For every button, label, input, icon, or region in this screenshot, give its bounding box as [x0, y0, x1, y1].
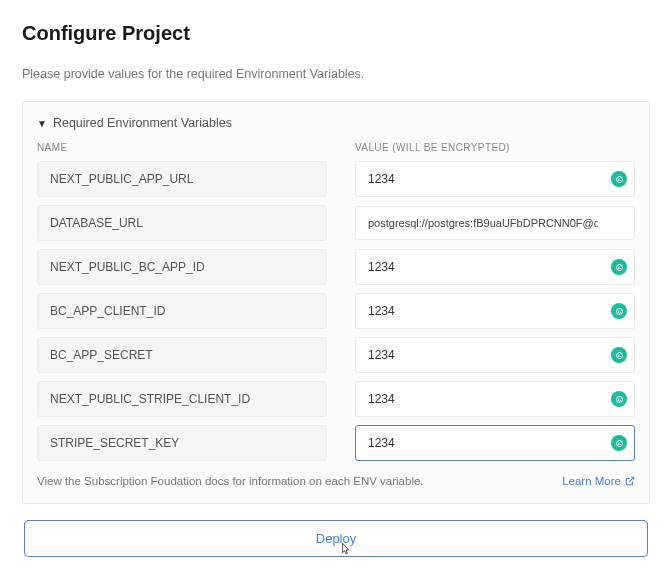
- panel-footer: View the Subscription Foudation docs for…: [37, 475, 635, 487]
- col-header-value: VALUE (WILL BE ENCRYPTED): [327, 142, 635, 153]
- env-name-cell: NEXT_PUBLIC_APP_URL: [37, 161, 327, 197]
- learn-more-label: Learn More: [562, 475, 621, 487]
- env-value-wrap: [355, 293, 635, 329]
- env-value-wrap: [355, 206, 635, 240]
- section-title: Required Environment Variables: [53, 116, 232, 130]
- footer-note-text: View the Subscription Foudation docs for…: [37, 475, 424, 487]
- env-row: NEXT_PUBLIC_APP_URL: [37, 161, 635, 197]
- svg-point-4: [616, 396, 622, 402]
- env-row: BC_APP_CLIENT_ID: [37, 293, 635, 329]
- cursor-pointer-icon: [336, 541, 352, 559]
- encrypted-badge-icon: [611, 391, 627, 407]
- env-value-input[interactable]: [355, 161, 635, 197]
- encrypted-badge-icon: [611, 171, 627, 187]
- section-toggle[interactable]: ▼ Required Environment Variables: [37, 116, 635, 130]
- svg-line-6: [629, 477, 634, 482]
- env-name-cell: STRIPE_SECRET_KEY: [37, 425, 327, 461]
- env-value-input[interactable]: [355, 249, 635, 285]
- env-rows: NEXT_PUBLIC_APP_URLDATABASE_URLNEXT_PUBL…: [37, 161, 635, 461]
- svg-point-2: [616, 308, 622, 314]
- svg-point-5: [616, 440, 622, 446]
- env-value-input[interactable]: [355, 293, 635, 329]
- env-value-input[interactable]: [355, 206, 635, 240]
- env-name-cell: BC_APP_CLIENT_ID: [37, 293, 327, 329]
- deploy-wrap: Deploy: [22, 520, 650, 557]
- env-value-input[interactable]: [355, 337, 635, 373]
- env-value-input[interactable]: [355, 425, 635, 461]
- env-name-cell: NEXT_PUBLIC_STRIPE_CLIENT_ID: [37, 381, 327, 417]
- env-name-cell: BC_APP_SECRET: [37, 337, 327, 373]
- page-title: Configure Project: [22, 22, 650, 45]
- encrypted-badge-icon: [611, 259, 627, 275]
- external-link-icon: [625, 476, 635, 486]
- columns-header: NAME VALUE (WILL BE ENCRYPTED): [37, 142, 635, 153]
- env-row: DATABASE_URL: [37, 205, 635, 241]
- caret-down-icon: ▼: [37, 118, 47, 129]
- env-value-wrap: [355, 425, 635, 461]
- svg-point-1: [616, 264, 622, 270]
- env-value-input[interactable]: [355, 381, 635, 417]
- env-vars-panel: ▼ Required Environment Variables NAME VA…: [22, 101, 650, 504]
- env-name-cell: DATABASE_URL: [37, 205, 327, 241]
- col-header-name: NAME: [37, 142, 327, 153]
- instructions-text: Please provide values for the required E…: [22, 67, 650, 81]
- env-name-cell: NEXT_PUBLIC_BC_APP_ID: [37, 249, 327, 285]
- svg-point-0: [616, 176, 622, 182]
- learn-more-link[interactable]: Learn More: [562, 475, 635, 487]
- env-row: NEXT_PUBLIC_BC_APP_ID: [37, 249, 635, 285]
- env-value-wrap: [355, 337, 635, 373]
- env-row: NEXT_PUBLIC_STRIPE_CLIENT_ID: [37, 381, 635, 417]
- env-value-wrap: [355, 161, 635, 197]
- svg-point-3: [616, 352, 622, 358]
- env-value-wrap: [355, 381, 635, 417]
- env-value-wrap: [355, 249, 635, 285]
- encrypted-badge-icon: [611, 435, 627, 451]
- env-row: BC_APP_SECRET: [37, 337, 635, 373]
- encrypted-badge-icon: [611, 347, 627, 363]
- encrypted-badge-icon: [611, 303, 627, 319]
- env-row: STRIPE_SECRET_KEY: [37, 425, 635, 461]
- configure-project-panel: Configure Project Please provide values …: [0, 0, 672, 585]
